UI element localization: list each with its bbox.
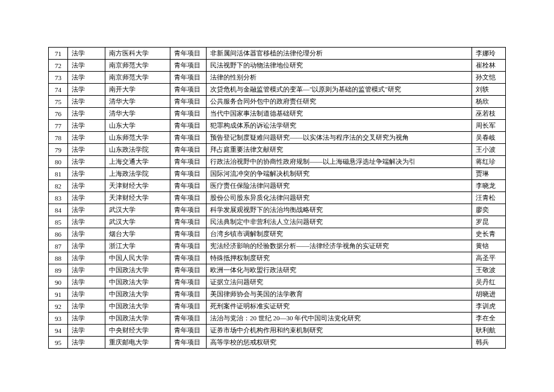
cell-university: 中国政法大学 [105, 276, 170, 288]
table-row: 92法学中国政法大学青年项目死刑案件证明标准实证研究李训虎 [49, 300, 506, 313]
cell-index: 90 [49, 276, 68, 288]
cell-type: 青年项目 [170, 72, 207, 84]
cell-person: 黄锫 [472, 240, 506, 252]
table-row: 73法学南京师范大学青年项目法律的性别分析孙文恺 [49, 72, 506, 84]
cell-index: 72 [49, 60, 68, 72]
cell-person: 巫若枝 [472, 108, 506, 120]
cell-person: 耿利航 [472, 325, 506, 337]
cell-title: 犯罪构成体系的诉讼法学研究 [207, 120, 472, 132]
cell-title: 宪法经济影响的经验数据分析——法律经济学视角的实证研究 [207, 240, 472, 252]
cell-person: 崔栓林 [472, 60, 506, 72]
cell-title: 证券市场中介机构作用和约束机制研究 [207, 325, 472, 337]
cell-university: 中国人民大学 [105, 252, 170, 264]
table-row: 91法学中国政法大学青年项目美国律师协会与美国的法学教育胡晓进 [49, 288, 506, 300]
cell-university: 中国政法大学 [105, 264, 170, 276]
cell-index: 83 [49, 192, 68, 204]
cell-university: 上海交通大学 [105, 156, 170, 168]
table-row: 71法学南方医科大学青年项目非新属间活体器官移植的法律伦理分析李娜玲 [49, 48, 506, 60]
cell-index: 76 [49, 108, 68, 120]
cell-person: 周长军 [472, 120, 506, 132]
cell-index: 86 [49, 228, 68, 240]
cell-index: 77 [49, 120, 68, 132]
cell-index: 85 [49, 216, 68, 228]
cell-type: 青年项目 [170, 96, 207, 108]
cell-index: 89 [49, 264, 68, 276]
table-row: 76法学清华大学青年项目当代中国家事法制道德基础研究巫若枝 [49, 108, 506, 120]
cell-university: 上海政法学院 [105, 168, 170, 180]
cell-title: 拜占庭重要法律文献研究 [207, 144, 472, 156]
cell-person: 李在全 [472, 313, 506, 325]
cell-index: 82 [49, 180, 68, 192]
cell-person: 胡晓进 [472, 288, 506, 300]
cell-university: 天津财经大学 [105, 180, 170, 192]
cell-person: 高圣平 [472, 252, 506, 264]
cell-title: 台湾乡镇市调解制度研究 [207, 228, 472, 240]
table-row: 74法学南开大学青年项目次贷危机与金融监管模式的变革—"以原则为基础的监管模式"… [49, 84, 506, 96]
table-row: 90法学中国政法大学青年项目证据立法问题研究吴丹红 [49, 276, 506, 288]
cell-field: 法学 [68, 96, 105, 108]
cell-university: 山东政法学院 [105, 144, 170, 156]
cell-type: 青年项目 [170, 240, 207, 252]
table-row: 95法学重庆邮电大学青年项目高等学校的惩戒权研究韩兵 [49, 337, 506, 349]
cell-title: 公共服务合同外包中的政府责任研究 [207, 96, 472, 108]
cell-type: 青年项目 [170, 337, 207, 349]
cell-field: 法学 [68, 240, 105, 252]
cell-person: 王敬波 [472, 264, 506, 276]
cell-type: 青年项目 [170, 204, 207, 216]
table-row: 85法学武汉大学青年项目民法典制定中非营利法人立法问题研究罗昆 [49, 216, 506, 228]
cell-field: 法学 [68, 48, 105, 60]
cell-index: 78 [49, 132, 68, 144]
cell-person: 王小波 [472, 144, 506, 156]
cell-title: 美国律师协会与美国的法学教育 [207, 288, 472, 300]
cell-field: 法学 [68, 168, 105, 180]
table-row: 81法学上海政法学院青年项目国际河流冲突的争端解决机制研究贾琳 [49, 168, 506, 180]
cell-university: 天津财经大学 [105, 192, 170, 204]
cell-university: 南开大学 [105, 84, 170, 96]
cell-type: 青年项目 [170, 216, 207, 228]
cell-index: 79 [49, 144, 68, 156]
cell-person: 刘轶 [472, 84, 506, 96]
cell-type: 青年项目 [170, 60, 207, 72]
cell-person: 李训虎 [472, 300, 506, 313]
cell-field: 法学 [68, 84, 105, 96]
cell-index: 91 [49, 288, 68, 300]
cell-person: 廖奕 [472, 204, 506, 216]
cell-person: 韩兵 [472, 337, 506, 349]
cell-field: 法学 [68, 132, 105, 144]
cell-index: 74 [49, 84, 68, 96]
cell-person: 吴丹红 [472, 276, 506, 288]
cell-title: 股份公司股东异质化法律问题研究 [207, 192, 472, 204]
cell-type: 青年项目 [170, 276, 207, 288]
cell-title: 国际河流冲突的争端解决机制研究 [207, 168, 472, 180]
cell-person: 李娜玲 [472, 48, 506, 60]
cell-person: 杨欣 [472, 96, 506, 108]
cell-university: 南方医科大学 [105, 48, 170, 60]
cell-field: 法学 [68, 120, 105, 132]
table-row: 79法学山东政法学院青年项目拜占庭重要法律文献研究王小波 [49, 144, 506, 156]
cell-university: 南京师范大学 [105, 60, 170, 72]
cell-field: 法学 [68, 180, 105, 192]
cell-index: 87 [49, 240, 68, 252]
cell-type: 青年项目 [170, 120, 207, 132]
table-row: 87法学浙江大学青年项目宪法经济影响的经验数据分析——法律经济学视角的实证研究黄… [49, 240, 506, 252]
cell-field: 法学 [68, 156, 105, 168]
cell-title: 欧洲一体化与欧盟行政法研究 [207, 264, 472, 276]
cell-field: 法学 [68, 276, 105, 288]
cell-type: 青年项目 [170, 132, 207, 144]
cell-university: 清华大学 [105, 96, 170, 108]
cell-university: 山东师范大学 [105, 132, 170, 144]
table-row: 78法学山东师范大学青年项目预告登记制度疑难问题研究——以实体法与程序法的交叉研… [49, 132, 506, 144]
cell-type: 青年项目 [170, 192, 207, 204]
cell-university: 重庆邮电大学 [105, 337, 170, 349]
cell-index: 93 [49, 313, 68, 325]
cell-type: 青年项目 [170, 168, 207, 180]
cell-university: 武汉大学 [105, 216, 170, 228]
cell-title: 特殊抵押权制度研究 [207, 252, 472, 264]
cell-title: 预告登记制度疑难问题研究——以实体法与程序法的交叉研究为视角 [207, 132, 472, 144]
cell-field: 法学 [68, 192, 105, 204]
table-row: 72法学南京师范大学青年项目民法视野下的动物法律地位研究崔栓林 [49, 60, 506, 72]
cell-field: 法学 [68, 252, 105, 264]
cell-title: 民法典制定中非营利法人立法问题研究 [207, 216, 472, 228]
cell-title: 高等学校的惩戒权研究 [207, 337, 472, 349]
cell-university: 烟台大学 [105, 228, 170, 240]
